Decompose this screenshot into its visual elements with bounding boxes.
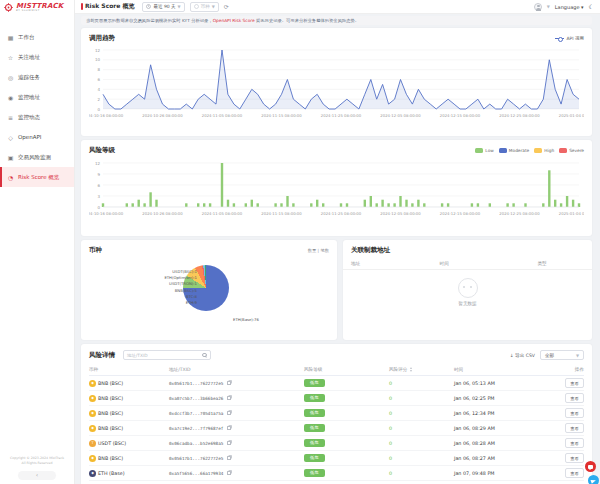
address-text: 0xa07c5b7...3b66bea26 — [169, 396, 223, 401]
sidebar-item-4[interactable]: ≡监控动态 — [0, 107, 74, 127]
sidebar-item-label: 监控动态 — [18, 114, 40, 121]
chevron-down-icon: ▼ — [178, 4, 181, 9]
date-range-select[interactable]: 最近 90 天 ▼ — [142, 2, 184, 12]
time-cell: Jan 07, 09:48 PM — [454, 471, 549, 476]
sidebar-item-label: 监控地址 — [18, 94, 40, 101]
coins-unit-toggle[interactable]: 数量 | 笔数 — [308, 248, 329, 253]
sidebar-item-2[interactable]: ◎追踪任务 — [0, 67, 74, 87]
coin-icon — [194, 4, 199, 9]
risk-score-icon: ◔ — [7, 174, 14, 181]
risk-details-card: 风险详情 地址/TXID ↓ 导出 CSV 全部 ▼ 币种地址/TXID风险等级… — [81, 344, 592, 484]
coin-cell: ◆BNB (BSC) — [89, 395, 169, 402]
export-csv-button[interactable]: ↓ 导出 CSV — [510, 353, 535, 358]
risk-score-cell: 0 — [389, 396, 454, 401]
sidebar-item-7[interactable]: ◔Risk Score 概览 — [0, 167, 74, 187]
brand-logo[interactable]: MISTTRACK BY SLOWMIST — [0, 0, 74, 15]
account-chevron-icon[interactable]: ▼ — [547, 4, 550, 9]
copy-icon[interactable] — [227, 456, 231, 460]
legend-item-moderate[interactable]: Moderate — [499, 148, 529, 153]
svg-text:2024-12-05 08:00:00: 2024-12-05 08:00:00 — [380, 113, 421, 118]
view-button[interactable]: 查看 — [565, 423, 584, 433]
user-avatar[interactable] — [534, 3, 542, 11]
legend-item-severe[interactable]: Severe — [559, 148, 584, 153]
legend-item-low[interactable]: Low — [475, 148, 493, 153]
sidebar-collapse-button[interactable]: ‹ — [18, 471, 56, 480]
risk-level-cell: 低危 — [304, 424, 389, 431]
coin-logo-icon: ◆ — [89, 410, 96, 417]
address-text: 0x05617b1...7622772e5 — [169, 381, 223, 386]
risk-score-cell: 0 — [389, 381, 454, 386]
address-cell: 0x06cadba...b52e698a5 — [169, 441, 304, 446]
support-chat-button[interactable] — [585, 461, 596, 472]
language-select[interactable]: Language ▾ — [555, 4, 584, 10]
svg-text:2024-11-05 08:00:00: 2024-11-05 08:00:00 — [202, 211, 243, 216]
api-trend-line-chart[interactable]: 0246810122024-10-16 08:00:002024-10-26 0… — [81, 45, 592, 131]
sidebar-item-0[interactable]: ▦工作台 — [0, 27, 74, 47]
legend-swatch-icon — [534, 148, 542, 153]
copy-icon[interactable] — [227, 411, 231, 415]
table-row: ◆BNB (BSC)0x05617b1...7622772e5低危0Jan 06… — [89, 451, 584, 466]
copy-icon[interactable] — [227, 396, 231, 400]
sidebar-item-label: OpenAPI — [18, 134, 41, 140]
coin-logo-icon: ◆ — [89, 455, 96, 462]
sidebar-item-label: 关注地址 — [18, 54, 40, 61]
svg-text:10: 10 — [95, 57, 101, 62]
coin-cell: ◆BNB (BSC) — [89, 410, 169, 417]
banner-highlight: OpenAPI Risk Score — [213, 18, 255, 23]
details-search-input[interactable]: 地址/TXID — [123, 350, 211, 360]
legend-swatch-icon — [559, 148, 567, 153]
svg-text:2024-11-25 08:00:00: 2024-11-25 08:00:00 — [321, 113, 362, 118]
refresh-icon[interactable]: ⟳ — [224, 3, 229, 10]
action-cell: 查看 — [549, 408, 584, 418]
coin-cell: ◆BNB (BSC) — [89, 455, 169, 462]
sidebar-item-6[interactable]: ▣交易风险监测 — [0, 147, 74, 167]
view-button[interactable]: 查看 — [565, 378, 584, 388]
svg-text:2024-11-15 08:00:00: 2024-11-15 08:00:00 — [261, 211, 302, 216]
sidebar-item-3[interactable]: ◉监控地址 — [0, 87, 74, 107]
risk-level-badge: 低危 — [304, 379, 325, 386]
copy-icon[interactable] — [227, 471, 231, 475]
sanction-card-title: 关联制裁地址 — [351, 246, 390, 255]
info-banner: 当前页面展示的数据来自交易风险监测模块的实时 KYT 分析记录，OpenAPI … — [81, 16, 592, 25]
time-cell: Jan 06, 08:29 AM — [454, 426, 549, 431]
details-header-row: 币种地址/TXID风险等级风险评分时间操作 — [89, 364, 584, 376]
sidebar-item-5[interactable]: ◇OpenAPI — [0, 127, 74, 147]
risk-score-value: 0 — [389, 396, 392, 401]
action-cell: 查看 — [549, 393, 584, 403]
coin-filter-select[interactable]: 币种 ▼ — [190, 2, 219, 12]
view-button[interactable]: 查看 — [565, 393, 584, 403]
topbar: Risk Score 概览 最近 90 天 ▼ 币种 ▼ ⟳ ▼ Languag… — [75, 0, 600, 14]
details-filter-select[interactable]: 全部 ▼ — [540, 350, 584, 360]
coins-pie-chart[interactable]: USDT(BSC):1ETH(Optimism):1USDT(TRON):1BN… — [81, 257, 337, 331]
line-legend-marker-icon — [555, 37, 564, 40]
sidebar-item-1[interactable]: ☆关注地址 — [0, 47, 74, 67]
sort-icon[interactable] — [410, 367, 412, 372]
col-label: 风险评分 — [389, 367, 407, 372]
copy-icon[interactable] — [227, 441, 231, 445]
view-button[interactable]: 查看 — [565, 453, 584, 463]
action-cell: 查看 — [549, 438, 584, 448]
coin-logo-icon: T — [89, 440, 96, 447]
risk-level-bar-chart[interactable]: 0369122024-10-16 08:00:002024-10-26 08:0… — [81, 157, 592, 227]
coin-cell: ◆BNB (BSC) — [89, 380, 169, 387]
legend-item-high[interactable]: High — [534, 148, 554, 153]
trend-legend-item[interactable]: API 调用 — [555, 36, 584, 41]
copy-icon[interactable] — [227, 381, 231, 385]
view-button[interactable]: 查看 — [565, 408, 584, 418]
copy-icon[interactable] — [227, 426, 231, 430]
svg-text:2024-12-25 08:00:00: 2024-12-25 08:00:00 — [499, 211, 540, 216]
dark-mode-toggle-icon[interactable]: ☾ — [589, 3, 594, 10]
risk-level-cell: 低危 — [304, 454, 389, 461]
view-button[interactable]: 查看 — [565, 468, 584, 478]
risk-score-value: 0 — [389, 456, 392, 461]
telegram-button[interactable] — [588, 475, 599, 484]
risk-level-badge: 低危 — [304, 439, 325, 446]
openapi-icon: ◇ — [7, 134, 14, 141]
api-trend-card: 调用趋势 API 调用 0246810122024-10-16 08:00:00… — [81, 28, 592, 136]
coin-cell: TUSDT (BSC) — [89, 440, 169, 447]
monitor-address-icon: ◉ — [7, 94, 14, 101]
gear-icon — [4, 3, 13, 12]
view-button[interactable]: 查看 — [565, 438, 584, 448]
risk-level-badge: 低危 — [304, 394, 325, 401]
legend-label: High — [544, 148, 554, 153]
